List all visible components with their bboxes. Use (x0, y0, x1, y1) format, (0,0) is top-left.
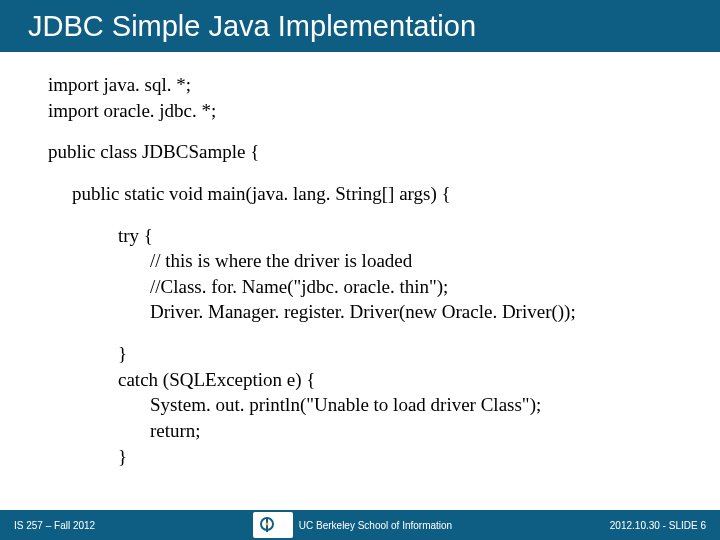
try-block: try { // this is where the driver is loa… (48, 223, 720, 326)
berkeley-logo-icon (253, 512, 293, 538)
code-line: import oracle. jdbc. *; (48, 98, 720, 124)
code-line: // this is where the driver is loaded (48, 248, 720, 274)
code-line: System. out. println("Unable to load dri… (48, 392, 720, 418)
code-line: try { (48, 223, 720, 249)
class-decl: public class JDBCSample { (48, 139, 720, 165)
svg-point-1 (265, 523, 268, 526)
code-line: public class JDBCSample { (48, 139, 720, 165)
catch-block: } catch (SQLException e) { System. out. … (48, 341, 720, 469)
slide-title: JDBC Simple Java Implementation (28, 10, 476, 43)
footer-center: UC Berkeley School of Information (253, 512, 452, 538)
code-line: Driver. Manager. register. Driver(new Or… (48, 299, 720, 325)
code-line: return; (48, 418, 720, 444)
slide-body: import java. sql. *; import oracle. jdbc… (0, 52, 720, 469)
code-line: } (48, 341, 720, 367)
footer-bar: IS 257 – Fall 2012 UC Berkeley School of… (0, 510, 720, 540)
main-decl: public static void main(java. lang. Stri… (48, 181, 720, 207)
footer-center-text: UC Berkeley School of Information (299, 520, 452, 531)
footer-right: 2012.10.30 - SLIDE 6 (610, 520, 706, 531)
code-line: catch (SQLException e) { (48, 367, 720, 393)
code-line: import java. sql. *; (48, 72, 720, 98)
imports-block: import java. sql. *; import oracle. jdbc… (48, 72, 720, 123)
title-bar: JDBC Simple Java Implementation (0, 0, 720, 52)
code-line: public static void main(java. lang. Stri… (72, 181, 720, 207)
code-line: } (48, 444, 720, 470)
footer-left: IS 257 – Fall 2012 (14, 520, 95, 531)
code-line: //Class. for. Name("jdbc. oracle. thin")… (48, 274, 720, 300)
